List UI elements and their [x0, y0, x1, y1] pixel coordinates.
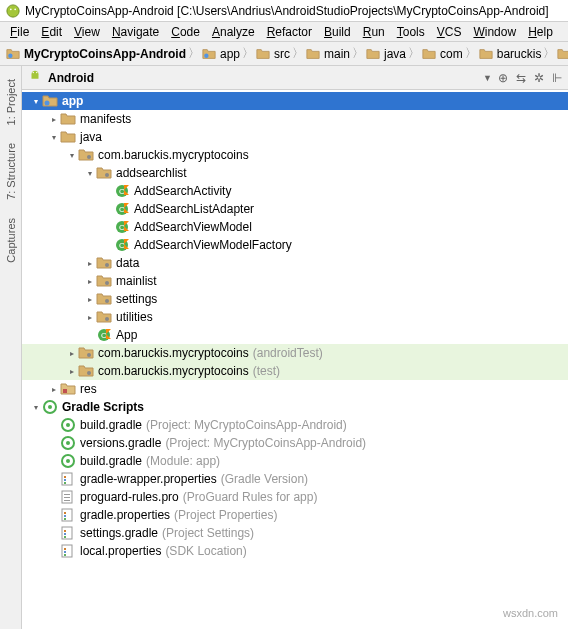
- svg-point-34: [66, 459, 70, 463]
- svg-rect-41: [64, 497, 70, 498]
- tree-node-manifests[interactable]: ▸manifests: [22, 110, 568, 128]
- gear-icon[interactable]: ✲: [534, 71, 544, 85]
- menu-refactor[interactable]: Refactor: [261, 23, 318, 41]
- gradle-file-icon: [60, 435, 76, 451]
- properties-icon: [60, 471, 76, 487]
- menu-window[interactable]: Window: [467, 23, 522, 41]
- menu-tools[interactable]: Tools: [391, 23, 431, 41]
- tree-node-gradle-wrapper-properties[interactable]: gradle-wrapper.properties(Gradle Version…: [22, 470, 568, 488]
- tree-node-com-baruckis-mycryptocoins[interactable]: ▸com.baruckis.mycryptocoins(androidTest): [22, 344, 568, 362]
- tree-node-data[interactable]: ▸data: [22, 254, 568, 272]
- tree-node-build-gradle[interactable]: build.gradle(Project: MyCryptoCoinsApp-A…: [22, 416, 568, 434]
- breadcrumb-item[interactable]: MyCryptoCoinsApp-Android: [6, 47, 186, 61]
- target-icon[interactable]: ⊕: [498, 71, 508, 85]
- chevron-down-icon[interactable]: ▾: [30, 403, 42, 412]
- tree-node-utilities[interactable]: ▸utilities: [22, 308, 568, 326]
- tree-node-gradle-properties[interactable]: gradle.properties(Project Properties): [22, 506, 568, 524]
- svg-rect-46: [64, 518, 66, 520]
- package-icon: [96, 309, 112, 325]
- chevron-down-icon[interactable]: ▾: [66, 151, 78, 160]
- tree-node-settings[interactable]: ▸settings: [22, 290, 568, 308]
- hide-icon[interactable]: ⊩: [552, 71, 562, 85]
- chevron-down-icon[interactable]: ▾: [48, 133, 60, 142]
- chevron-down-icon[interactable]: ▾: [84, 169, 96, 178]
- tree-node-gradle-scripts[interactable]: ▾Gradle Scripts: [22, 398, 568, 416]
- package-icon: [96, 273, 112, 289]
- tree-node-versions-gradle[interactable]: versions.gradle(Project: MyCryptoCoinsAp…: [22, 434, 568, 452]
- chevron-right-icon[interactable]: ▸: [84, 313, 96, 322]
- tree-node-label: App: [116, 328, 137, 342]
- tree-node-settings-gradle[interactable]: settings.gradle(Project Settings): [22, 524, 568, 542]
- package-icon: [96, 165, 112, 181]
- tree-node-label: Gradle Scripts: [62, 400, 144, 414]
- breadcrumb-item[interactable]: baruckis: [479, 47, 542, 61]
- chevron-right-icon[interactable]: ▸: [48, 115, 60, 124]
- svg-point-19: [105, 281, 109, 285]
- menu-help[interactable]: Help: [522, 23, 559, 41]
- gradle-file-icon: [60, 453, 76, 469]
- menu-build[interactable]: Build: [318, 23, 357, 41]
- tree-node-label: settings.gradle: [80, 526, 158, 540]
- tree-node-hint: (Project Settings): [162, 526, 254, 540]
- tree-node-java[interactable]: ▾java: [22, 128, 568, 146]
- tree-node-hint: (test): [253, 364, 280, 378]
- tree-node-build-gradle[interactable]: build.gradle(Module: app): [22, 452, 568, 470]
- menu-vcs[interactable]: VCS: [431, 23, 468, 41]
- menu-navigate[interactable]: Navigate: [106, 23, 165, 41]
- svg-rect-48: [64, 530, 66, 532]
- gradle-file-icon: [60, 417, 76, 433]
- tree-node-hint: (SDK Location): [165, 544, 246, 558]
- tree-node-com-baruckis-mycryptocoins[interactable]: ▾com.baruckis.mycryptocoins: [22, 146, 568, 164]
- breadcrumb-item[interactable]: com: [422, 47, 463, 61]
- tree-node-local-properties[interactable]: local.properties(SDK Location): [22, 542, 568, 560]
- breadcrumb-item[interactable]: main: [306, 47, 350, 61]
- tree-node-addsearchviewmodelfactory[interactable]: CAddSearchViewModelFactory: [22, 236, 568, 254]
- tree-node-proguard-rules-pro[interactable]: proguard-rules.pro(ProGuard Rules for ap…: [22, 488, 568, 506]
- tree-node-com-baruckis-mycryptocoins[interactable]: ▸com.baruckis.mycryptocoins(test): [22, 362, 568, 380]
- module-icon: [42, 93, 58, 109]
- menu-view[interactable]: View: [68, 23, 106, 41]
- kotlin-class-icon: C: [114, 183, 130, 199]
- breadcrumb-item[interactable]: java: [366, 47, 406, 61]
- breadcrumb-item[interactable]: m: [557, 47, 568, 61]
- menu-code[interactable]: Code: [165, 23, 206, 41]
- svg-point-18: [105, 263, 109, 267]
- tree-node-mainlist[interactable]: ▸mainlist: [22, 272, 568, 290]
- tree-node-hint: (Gradle Version): [221, 472, 308, 486]
- tool-tab-structure[interactable]: 7: Structure: [2, 136, 20, 207]
- chevron-right-icon[interactable]: ▸: [84, 259, 96, 268]
- tool-tab-captures[interactable]: Captures: [2, 211, 20, 270]
- svg-rect-40: [64, 494, 70, 495]
- breadcrumb-item[interactable]: src: [256, 47, 290, 61]
- collapse-icon[interactable]: ⇆: [516, 71, 526, 85]
- kotlin-class-icon: C: [96, 327, 112, 343]
- chevron-right-icon[interactable]: ▸: [84, 295, 96, 304]
- menu-run[interactable]: Run: [357, 23, 391, 41]
- chevron-down-icon[interactable]: ▾: [30, 97, 42, 106]
- tree-node-hint: (Project: MyCryptoCoinsApp-Android): [165, 436, 366, 450]
- tree-node-addsearchlistadapter[interactable]: CAddSearchListAdapter: [22, 200, 568, 218]
- dropdown-arrow-icon[interactable]: ▼: [483, 73, 492, 83]
- left-tool-gutter: 1: Project7: StructureCaptures: [0, 66, 22, 629]
- menu-file[interactable]: File: [4, 23, 35, 41]
- tree-node-app[interactable]: ▾app: [22, 92, 568, 110]
- tree-node-addsearchactivity[interactable]: CAddSearchActivity: [22, 182, 568, 200]
- menu-analyze[interactable]: Analyze: [206, 23, 261, 41]
- chevron-right-icon[interactable]: ▸: [48, 385, 60, 394]
- svg-rect-38: [64, 482, 66, 484]
- project-tree[interactable]: ▾app▸manifests▾java▾com.baruckis.mycrypt…: [22, 90, 568, 629]
- tree-node-addsearchlist[interactable]: ▾addsearchlist: [22, 164, 568, 182]
- tree-node-hint: (Module: app): [146, 454, 220, 468]
- tree-node-res[interactable]: ▸res: [22, 380, 568, 398]
- svg-rect-36: [64, 476, 66, 478]
- breadcrumb-item[interactable]: app: [202, 47, 240, 61]
- tree-node-label: AddSearchListAdapter: [134, 202, 254, 216]
- chevron-right-icon[interactable]: ▸: [66, 349, 78, 358]
- chevron-right-icon[interactable]: ▸: [84, 277, 96, 286]
- tree-node-addsearchviewmodel[interactable]: CAddSearchViewModel: [22, 218, 568, 236]
- tool-tab-project[interactable]: 1: Project: [2, 72, 20, 132]
- menu-edit[interactable]: Edit: [35, 23, 68, 41]
- chevron-right-icon[interactable]: ▸: [66, 367, 78, 376]
- tree-node-app[interactable]: CApp: [22, 326, 568, 344]
- proguard-icon: [60, 489, 76, 505]
